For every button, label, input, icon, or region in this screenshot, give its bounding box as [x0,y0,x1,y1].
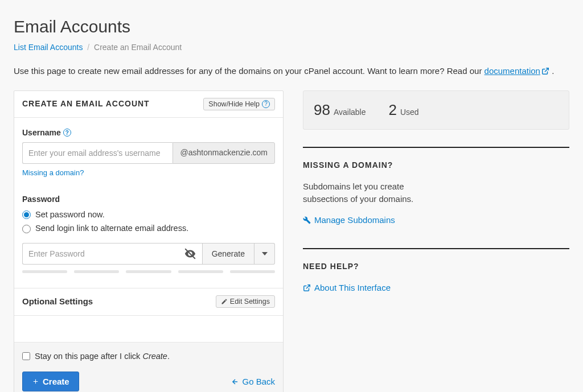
documentation-link[interactable]: documentation [485,66,540,76]
optional-settings-title: Optional Settings [22,295,93,308]
intro-after: . [549,66,554,76]
external-link-icon [541,67,549,75]
radio-link-label: Send login link to alternate email addre… [35,222,188,235]
plus-icon [32,378,39,385]
username-input[interactable] [22,142,173,164]
radio-set-password-now[interactable]: Set password now. [22,209,275,221]
manage-subdomains-link[interactable]: Manage Subdomains [303,214,395,227]
need-help-section: NEED HELP? About This Interface [303,248,569,295]
create-button[interactable]: Create [22,372,79,391]
wrench-icon [303,216,311,224]
available-label: Available [334,106,366,118]
radio-link-input[interactable] [22,225,31,233]
used-count: 2 [388,99,396,121]
intro-text: Use this page to create new email addres… [14,65,569,78]
missing-domain-title: MISSING A DOMAIN? [303,159,569,171]
pencil-icon [221,298,228,305]
breadcrumb-current: Create an Email Account [94,43,182,52]
radio-now-label: Set password now. [35,209,105,221]
create-email-panel: CREATE AN EMAIL ACCOUNT Show/Hide Help ?… [14,90,284,393]
used-label: Used [400,106,419,118]
available-count: 98 [314,99,330,121]
stay-on-page-checkbox-row[interactable]: Stay on this page after I click Create. [22,350,275,363]
missing-domain-link[interactable]: Missing a domain? [22,167,84,179]
stats-box: 98 Available 2 Used [303,90,569,130]
stay-on-page-label: Stay on this page after I click Create. [35,350,170,363]
about-interface-link[interactable]: About This Interface [303,282,391,295]
edit-settings-button[interactable]: Edit Settings [216,295,275,308]
missing-domain-text: Subdomains let you create subsections of… [303,180,440,206]
missing-domain-section: MISSING A DOMAIN? Subdomains let you cre… [303,147,569,228]
password-input[interactable] [22,243,179,265]
caret-down-icon [262,251,268,257]
generate-password-button[interactable]: Generate [203,243,254,265]
username-label: Username ? [22,127,275,139]
edit-settings-label: Edit Settings [230,298,270,306]
arrow-left-icon [231,378,240,386]
breadcrumb: List Email Accounts / Create an Email Ac… [14,42,569,53]
toggle-password-visibility-button[interactable] [179,243,203,265]
show-hide-label: Show/Hide Help [208,100,260,108]
panel-title: CREATE AN EMAIL ACCOUNT [22,98,150,110]
intro-before: Use this page to create new email addres… [14,66,485,76]
page-title: Email Accounts [14,14,569,39]
eye-off-icon [184,247,196,260]
generate-dropdown-button[interactable] [254,243,275,265]
create-button-label: Create [43,377,69,386]
go-back-label: Go Back [242,376,275,389]
manage-subdomains-label: Manage Subdomains [314,214,395,227]
need-help-title: NEED HELP? [303,261,569,273]
password-strength-meter [22,270,275,273]
about-interface-label: About This Interface [314,282,391,295]
radio-now-input[interactable] [22,211,31,219]
radio-send-login-link[interactable]: Send login link to alternate email addre… [22,222,275,235]
domain-addon: @ashtonmackenzie.com [173,142,275,164]
breadcrumb-list-link[interactable]: List Email Accounts [14,43,83,52]
external-link-icon [303,284,311,292]
help-circle-icon: ? [262,100,270,108]
stay-on-page-checkbox[interactable] [22,352,30,360]
help-circle-icon[interactable]: ? [63,129,71,137]
breadcrumb-separator: / [87,43,89,52]
show-hide-help-button[interactable]: Show/Hide Help ? [203,98,275,110]
password-label: Password [22,193,275,205]
go-back-link[interactable]: Go Back [231,376,275,389]
